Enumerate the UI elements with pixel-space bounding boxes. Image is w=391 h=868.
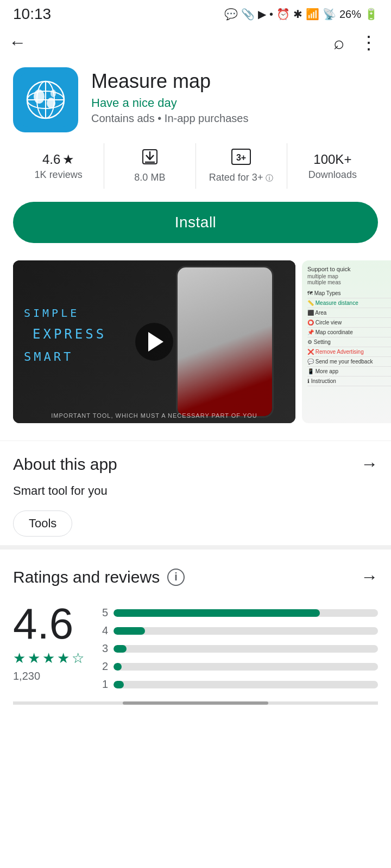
- bar-label-1: 1: [97, 678, 108, 691]
- stat-size: 8.0 MB: [104, 143, 195, 189]
- nav-bar-left: ←: [9, 33, 26, 53]
- size-label: 8.0 MB: [134, 172, 165, 183]
- ratings-title-group: Ratings and reviews i: [13, 568, 185, 586]
- ratings-info-icon[interactable]: i: [167, 569, 185, 586]
- alarm-icon: ⏰: [276, 8, 290, 21]
- screenshot-phone: [176, 266, 274, 418]
- ss-menu-coordinate: 📌 Map coordinate: [307, 328, 391, 337]
- ss-support-text: Support to quick: [307, 266, 391, 272]
- app-header: Measure map Have a nice day Contains ads…: [0, 59, 391, 143]
- bar-fill-5: [113, 609, 320, 617]
- app-icon-svg: [18, 73, 73, 127]
- age-info-icon: ⓘ: [266, 174, 273, 182]
- bar-row-4: 4: [97, 624, 378, 637]
- bars-col: 5 4 3 2: [97, 602, 378, 691]
- screenshot-line-3: SMART: [24, 346, 106, 368]
- bar-label-2: 2: [97, 660, 108, 673]
- bar-row-2: 2: [97, 660, 378, 673]
- bar-fill-3: [113, 645, 127, 653]
- screenshots-section: SIMPLE EXPRESS SMART IMPORTANT TOOL, WHI…: [0, 260, 391, 441]
- back-button[interactable]: ←: [9, 33, 26, 53]
- screenshot-text-overlay: SIMPLE EXPRESS SMART: [24, 303, 106, 368]
- svg-point-6: [34, 90, 45, 104]
- download-icon: [142, 149, 158, 169]
- status-bar: 10:13 💬 📎 ▶ • ⏰ ✱ 📶 📡 26% 🔋: [0, 0, 391, 26]
- bar-track-1: [113, 681, 378, 688]
- status-icons: 💬 📎 ▶ • ⏰ ✱ 📶 📡 26% 🔋: [224, 8, 378, 21]
- bar-row-5: 5: [97, 607, 378, 619]
- ss-sub-text: multiple mapmultiple meas: [307, 273, 391, 285]
- screenshot-secondary-inner: Support to quick multiple mapmultiple me…: [302, 260, 391, 423]
- downloads-value: 100K+: [313, 152, 351, 167]
- bar-label-4: 4: [97, 624, 108, 637]
- status-time: 10:13: [13, 5, 51, 23]
- paperclip-icon: 📎: [241, 8, 255, 21]
- battery-icon: 🔋: [364, 8, 378, 21]
- ratings-body: 4.6 ★ ★ ★ ★ ☆ 1,230 5 4: [13, 602, 378, 691]
- big-rating: 4.6 ★ ★ ★ ★ ☆ 1,230: [13, 602, 84, 682]
- ss-menu-instruction: ℹ Instruction: [307, 376, 391, 386]
- stat-rating: 4.6 ★ 1K reviews: [13, 143, 104, 189]
- bar-track-5: [113, 609, 378, 617]
- ratings-arrow[interactable]: →: [361, 567, 378, 587]
- bar-track-4: [113, 627, 378, 635]
- bar-track-2: [113, 663, 378, 671]
- rating-star-icon: ★: [62, 152, 74, 167]
- app-name: Measure map: [91, 69, 378, 93]
- tools-tag[interactable]: Tools: [13, 510, 72, 537]
- more-button[interactable]: ⋮: [360, 31, 378, 53]
- install-btn-wrap: Install: [0, 202, 391, 260]
- star-2: ★: [28, 650, 40, 667]
- app-developer[interactable]: Have a nice day: [91, 96, 378, 110]
- nav-bar: ← ⌕ ⋮: [0, 26, 391, 59]
- install-button[interactable]: Install: [13, 202, 378, 243]
- downloads-label: Downloads: [308, 169, 357, 181]
- signal-icon: 📡: [323, 8, 336, 21]
- star-half: ☆: [72, 650, 84, 667]
- ratings-title: Ratings and reviews: [13, 568, 160, 586]
- screenshot-secondary[interactable]: Support to quick multiple mapmultiple me…: [302, 260, 391, 423]
- screenshot-bottom-text: IMPORTANT TOOL, WHICH MUST A NECESSARY P…: [13, 412, 295, 419]
- bar-label-5: 5: [97, 607, 108, 619]
- ss-menu-area: ⬛ Area: [307, 308, 391, 318]
- svg-point-7: [47, 98, 55, 108]
- stats-row: 4.6 ★ 1K reviews 8.0 MB 3+ Rated for 3+ …: [0, 143, 391, 189]
- bottom-scrollbar[interactable]: [13, 701, 378, 705]
- battery-percent: 26%: [339, 8, 361, 21]
- ratings-section: Ratings and reviews i → 4.6 ★ ★ ★ ★ ☆ 1,…: [0, 545, 391, 718]
- about-description: Smart tool for you: [13, 482, 378, 500]
- app-info: Measure map Have a nice day Contains ads…: [91, 67, 378, 125]
- stars-row: ★ ★ ★ ★ ☆: [13, 650, 84, 667]
- app-icon: [13, 67, 78, 132]
- rating-label: 1K reviews: [35, 169, 83, 181]
- bar-track-3: [113, 645, 378, 653]
- tag-chip-wrap: Tools: [13, 510, 378, 537]
- ss-menu-setting: ⚙ Setting: [307, 337, 391, 347]
- bar-label-3: 3: [97, 642, 108, 655]
- ratings-header: Ratings and reviews i →: [13, 567, 378, 587]
- about-arrow[interactable]: →: [361, 454, 378, 474]
- screenshot-main[interactable]: SIMPLE EXPRESS SMART IMPORTANT TOOL, WHI…: [13, 260, 295, 423]
- about-section: About this app → Smart tool for you Tool…: [0, 441, 391, 545]
- rating-value: 4.6 ★: [42, 152, 74, 167]
- dot-icon: •: [269, 8, 273, 21]
- wifi-icon: 📶: [306, 8, 319, 21]
- ss-menu-remove-ads: ❌ Remove Advertising: [307, 347, 391, 357]
- bar-row-3: 3: [97, 642, 378, 655]
- screenshot-line-2: EXPRESS: [24, 323, 106, 346]
- star-4: ★: [57, 650, 70, 667]
- youtube-icon: ▶: [258, 8, 266, 21]
- phone-screen: [178, 267, 272, 416]
- screenshot-line-1: SIMPLE: [24, 303, 106, 323]
- stat-downloads: 100K+ Downloads: [287, 143, 378, 189]
- bar-fill-4: [113, 627, 145, 635]
- bar-fill-2: [113, 663, 122, 671]
- ss-menu-circle: ⭕ Circle view: [307, 318, 391, 328]
- about-header: About this app →: [13, 454, 378, 474]
- play-button[interactable]: [135, 323, 173, 361]
- search-button[interactable]: ⌕: [333, 32, 344, 53]
- screenshots-scroll[interactable]: SIMPLE EXPRESS SMART IMPORTANT TOOL, WHI…: [0, 260, 391, 423]
- nav-bar-right: ⌕ ⋮: [333, 31, 378, 53]
- ss-menu-feedback: 💬 Send me your feedback: [307, 357, 391, 367]
- scrollbar-thumb: [123, 701, 269, 705]
